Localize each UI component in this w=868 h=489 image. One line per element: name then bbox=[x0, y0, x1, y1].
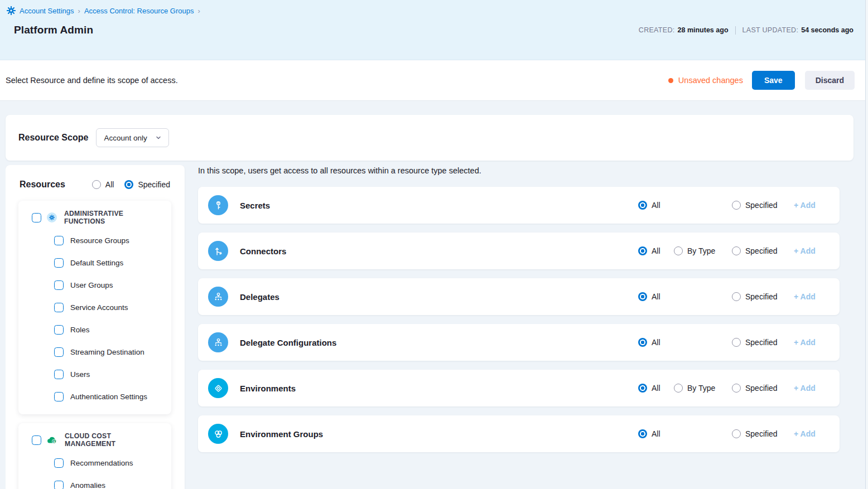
radio-selected-icon bbox=[638, 201, 647, 210]
save-button[interactable]: Save bbox=[752, 71, 795, 90]
radio-option-specified[interactable]: Specified bbox=[732, 246, 794, 255]
radio-option-specified[interactable]: Specified bbox=[732, 201, 794, 210]
resource-row-label: Environments bbox=[240, 384, 296, 393]
radio-option-specified[interactable]: Specified bbox=[732, 338, 794, 347]
resource-type-label: Default Settings bbox=[70, 259, 123, 267]
administrative-functions-icon bbox=[47, 212, 57, 222]
radio-option-by-type[interactable]: By Type bbox=[674, 246, 732, 255]
resource-row-label: Delegate Configurations bbox=[240, 338, 336, 347]
environment-group-icon bbox=[208, 424, 228, 444]
discard-button[interactable]: Discard bbox=[805, 71, 855, 90]
radio-option-all[interactable]: All bbox=[638, 429, 674, 438]
breadcrumb-separator: › bbox=[197, 7, 200, 15]
resource-type-label: Resource Groups bbox=[70, 236, 129, 245]
radio-option-label: Specified bbox=[745, 292, 778, 301]
add-button[interactable]: + Add bbox=[794, 384, 817, 393]
resources-mode-all[interactable]: All bbox=[92, 180, 114, 189]
radio-option-label: Specified bbox=[745, 429, 778, 438]
radio-option-label: All bbox=[652, 338, 660, 347]
radio-selected-icon bbox=[124, 180, 133, 189]
chevron-down-icon bbox=[155, 134, 162, 141]
resource-row-options: AllBy TypeSpecified bbox=[638, 246, 794, 255]
radio-option-label: All bbox=[105, 180, 114, 189]
radio-option-all[interactable]: All bbox=[638, 338, 674, 347]
resource-type-row: Recommendations bbox=[54, 452, 161, 474]
radio-option-all[interactable]: All bbox=[638, 246, 674, 255]
resource-type-label: Service Accounts bbox=[70, 303, 128, 312]
resources-mode-specified[interactable]: Specified bbox=[124, 180, 170, 189]
resource-type-row: Roles bbox=[54, 318, 161, 341]
radio-option-label: By Type bbox=[687, 384, 715, 393]
resource-row: Environment Groups AllSpecified + Add bbox=[198, 415, 840, 452]
add-button[interactable]: + Add bbox=[794, 292, 817, 301]
resource-type-checkbox[interactable] bbox=[54, 370, 64, 379]
resource-row: Connectors AllBy TypeSpecified + Add bbox=[198, 233, 840, 269]
resource-type-row: Resource Groups bbox=[54, 229, 161, 251]
last-updated-label: LAST UPDATED: bbox=[742, 26, 799, 34]
add-button[interactable]: + Add bbox=[794, 338, 817, 347]
radio-option-specified[interactable]: Specified bbox=[732, 292, 794, 301]
resource-type-checkbox[interactable] bbox=[54, 458, 64, 468]
category-checkbox[interactable] bbox=[32, 213, 41, 222]
radio-option-all[interactable]: All bbox=[638, 384, 674, 393]
unsaved-dot-icon bbox=[668, 78, 673, 83]
resource-scope-title: Resource Scope bbox=[18, 133, 88, 143]
radio-option-specified[interactable]: Specified bbox=[732, 384, 794, 393]
resource-rows: Secrets AllSpecified + Add Connectors Al… bbox=[198, 187, 840, 452]
resource-type-checkbox[interactable] bbox=[54, 303, 64, 312]
resource-row-options: AllSpecified bbox=[638, 292, 794, 301]
resource-type-label: Users bbox=[70, 370, 90, 379]
resource-type-checkbox[interactable] bbox=[54, 236, 64, 245]
breadcrumb-account-settings[interactable]: Account Settings bbox=[20, 7, 74, 15]
add-button[interactable]: + Add bbox=[794, 429, 817, 438]
radio-option-label: By Type bbox=[687, 246, 715, 255]
scope-description: In this scope, users get access to all r… bbox=[198, 166, 840, 175]
radio-option-label: All bbox=[652, 201, 660, 210]
radio-option-all[interactable]: All bbox=[638, 292, 674, 301]
resources-title: Resources bbox=[20, 180, 65, 190]
resource-row-label: Delegates bbox=[240, 292, 279, 302]
resource-tree: ADMINISTRATIVE FUNCTIONS Resource Groups… bbox=[6, 201, 185, 489]
resource-type-checkbox[interactable] bbox=[54, 258, 64, 268]
category-checkbox[interactable] bbox=[32, 435, 41, 445]
resource-type-row: Service Accounts bbox=[54, 296, 161, 318]
radio-unselected-icon bbox=[732, 201, 741, 210]
resource-type-checkbox[interactable] bbox=[54, 481, 64, 489]
cloud-cost-management-icon bbox=[47, 436, 57, 444]
resource-scope-card: Resource Scope Account only bbox=[6, 115, 853, 161]
action-toolbar: Select Resource and define its scope of … bbox=[0, 60, 868, 101]
radio-unselected-icon bbox=[674, 384, 683, 393]
resource-type-row: Users bbox=[54, 363, 161, 385]
breadcrumb-access-control-resource-groups[interactable]: Access Control: Resource Groups bbox=[84, 7, 194, 15]
radio-option-label: Specified bbox=[745, 338, 778, 347]
resource-type-checkbox[interactable] bbox=[54, 347, 64, 357]
radio-selected-icon bbox=[638, 429, 647, 438]
page-scrollbar[interactable] bbox=[865, 0, 868, 489]
resource-type-checkbox[interactable] bbox=[54, 280, 64, 290]
toolbar-description: Select Resource and define its scope of … bbox=[6, 76, 178, 85]
add-button[interactable]: + Add bbox=[794, 246, 817, 255]
radio-option-specified[interactable]: Specified bbox=[732, 429, 794, 438]
page-body: Resource Scope Account only Resources Al… bbox=[0, 101, 868, 489]
resource-row-label: Environment Groups bbox=[240, 429, 323, 439]
meta-divider bbox=[735, 26, 736, 35]
key-icon bbox=[208, 195, 228, 215]
resource-type-checkbox[interactable] bbox=[54, 392, 64, 401]
resource-row: Environments AllBy TypeSpecified + Add bbox=[198, 370, 840, 406]
radio-option-label: Specified bbox=[745, 246, 778, 255]
resource-scope-select[interactable]: Account only bbox=[96, 128, 168, 147]
resource-row: Delegates AllSpecified + Add bbox=[198, 278, 840, 315]
radio-unselected-icon bbox=[732, 338, 741, 347]
breadcrumb-separator: › bbox=[78, 7, 80, 15]
radio-unselected-icon bbox=[732, 292, 741, 301]
resource-row-label: Connectors bbox=[240, 246, 286, 256]
radio-option-by-type[interactable]: By Type bbox=[674, 384, 732, 393]
add-button[interactable]: + Add bbox=[794, 201, 817, 210]
resource-type-label: Recommendations bbox=[70, 459, 133, 467]
resource-category-card: ADMINISTRATIVE FUNCTIONS Resource Groups… bbox=[18, 201, 171, 414]
radio-unselected-icon bbox=[674, 246, 683, 255]
resource-type-row: Default Settings bbox=[54, 251, 161, 274]
last-updated-value: 54 seconds ago bbox=[801, 26, 853, 34]
radio-option-all[interactable]: All bbox=[638, 201, 674, 210]
resource-type-checkbox[interactable] bbox=[54, 325, 64, 335]
